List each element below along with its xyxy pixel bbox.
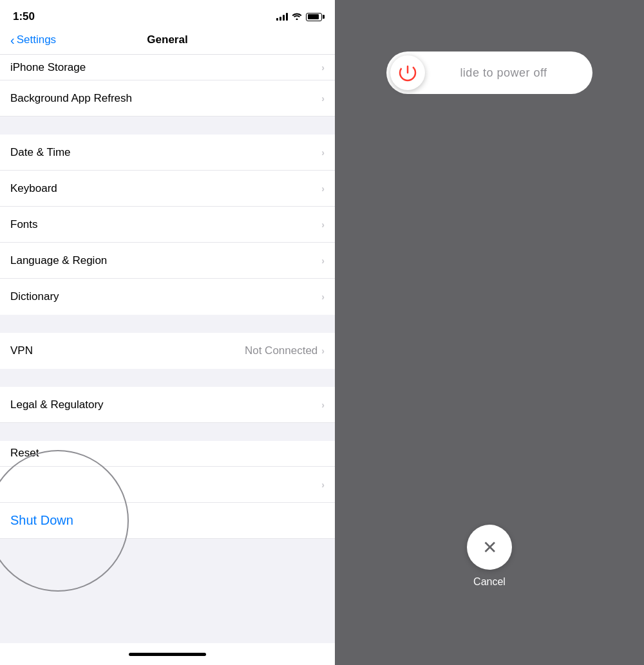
shutdown-label: Shut Down (10, 513, 73, 528)
language-region-label: Language & Region (10, 254, 321, 267)
shutdown-container: Shut Down (0, 503, 335, 539)
status-bar: 1:50 (0, 0, 335, 28)
slider-text-content: lide to power off (460, 66, 547, 79)
keyboard-item[interactable]: Keyboard › (0, 171, 335, 207)
status-icons (276, 12, 322, 22)
power-slider[interactable]: lide to power off (386, 52, 592, 94)
cancel-button[interactable]: ✕ (467, 525, 512, 570)
chevron-right-icon: › (321, 147, 325, 158)
home-bar (129, 653, 206, 656)
battery-icon (306, 13, 322, 21)
vpn-item[interactable]: VPN Not Connected › (0, 333, 335, 369)
settings-list: iPhone Storage › Background App Refresh … (0, 55, 335, 643)
vpn-label: VPN (10, 344, 245, 357)
chevron-right-icon: › (321, 292, 325, 302)
shutdown-item[interactable]: Shut Down (0, 503, 335, 539)
dictionary-item[interactable]: Dictionary › (0, 279, 335, 315)
back-chevron-icon: ‹ (10, 33, 15, 48)
legal-item[interactable]: Legal & Regulatory › (0, 387, 335, 423)
power-icon (397, 62, 418, 83)
cancel-btn-container: ✕ Cancel (467, 525, 512, 588)
group-spacer (0, 117, 335, 135)
background-app-refresh-item[interactable]: Background App Refresh › (0, 80, 335, 117)
signal-icon (276, 13, 288, 21)
back-label: Settings (17, 33, 56, 46)
cancel-label: Cancel (473, 576, 506, 588)
power-thumb (390, 55, 425, 90)
power-off-overlay: lide to power off ✕ Cancel (335, 0, 644, 665)
iphone-storage-label: iPhone Storage (10, 61, 321, 74)
nav-title: General (147, 33, 187, 46)
keyboard-label: Keyboard (10, 182, 321, 195)
group-spacer (0, 423, 335, 441)
iphone-storage-item[interactable]: iPhone Storage › (0, 55, 335, 80)
chevron-right-icon: › (321, 400, 325, 410)
background-app-refresh-label: Background App Refresh (10, 92, 321, 105)
dictionary-label: Dictionary (10, 290, 321, 303)
legal-label: Legal & Regulatory (10, 398, 321, 411)
chevron-right-icon: › (321, 183, 325, 194)
vpn-value: Not Connected (245, 344, 317, 357)
date-time-label: Date & Time (10, 146, 321, 159)
fonts-label: Fonts (10, 218, 321, 231)
reset-label: Reset (10, 447, 325, 466)
chevron-right-icon: › (321, 346, 325, 356)
x-icon: ✕ (482, 537, 497, 558)
chevron-right-icon: › (321, 256, 325, 266)
chevron-right-icon: › (321, 480, 325, 490)
chevron-right-icon: › (321, 93, 325, 104)
reset-partial-item: Reset (0, 441, 335, 467)
nav-bar: ‹ Settings General (0, 28, 335, 55)
chevron-right-icon: › (321, 220, 325, 230)
group-spacer (0, 369, 335, 387)
slider-text: lide to power off (425, 66, 589, 80)
status-time: 1:50 (13, 10, 35, 23)
back-button[interactable]: ‹ Settings (10, 33, 56, 48)
settings-panel: 1:50 ‹ Settings General (0, 0, 335, 665)
chevron-right-icon: › (321, 62, 325, 73)
date-time-item[interactable]: Date & Time › (0, 135, 335, 171)
fonts-item[interactable]: Fonts › (0, 207, 335, 243)
wifi-icon (292, 12, 302, 22)
home-indicator (0, 643, 335, 665)
language-region-item[interactable]: Language & Region › (0, 243, 335, 279)
group-spacer (0, 315, 335, 333)
reset-sub-item[interactable]: › (0, 467, 335, 503)
